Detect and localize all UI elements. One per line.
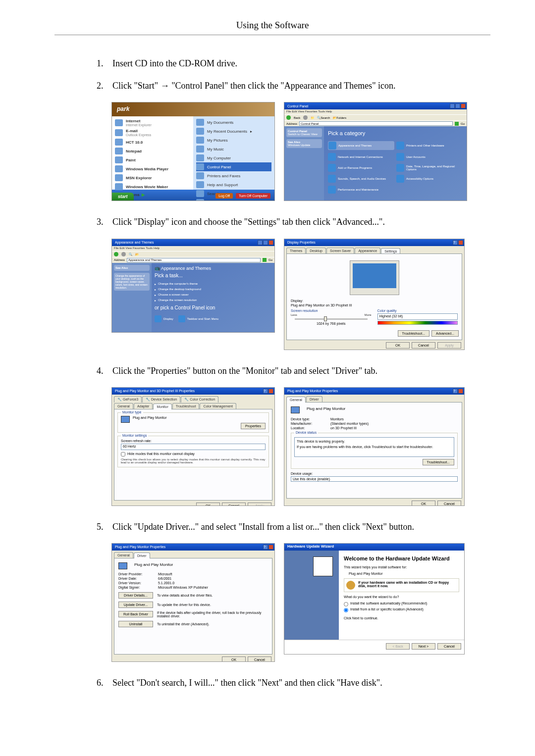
driver-details-button[interactable]: Driver Details... — [118, 592, 153, 599]
tab-screensaver[interactable]: Screen Saver — [326, 248, 354, 253]
category-performance[interactable]: Performance and Maintenance — [328, 186, 394, 194]
logoff-button[interactable]: Log Off — [215, 193, 233, 199]
back-button[interactable] — [114, 252, 118, 256]
apply-button[interactable]: Apply — [437, 342, 461, 349]
cancel-button[interactable]: Cancel — [412, 342, 435, 349]
search-button[interactable]: 🔍Search — [317, 116, 330, 119]
wizard-next-button[interactable]: Next > — [412, 643, 435, 650]
go-button[interactable] — [455, 122, 459, 126]
task-change-bg[interactable]: Change the desktop background — [155, 287, 271, 292]
minimize-button[interactable] — [450, 103, 455, 108]
start-item-recent[interactable]: My Recent Documents ▸ — [196, 127, 271, 136]
start-item-moviemaker[interactable]: Windows Movie Maker — [115, 182, 190, 191]
back-button[interactable] — [286, 115, 291, 120]
category-accessibility[interactable]: Accessibility Options — [396, 175, 463, 183]
start-item-internet[interactable]: InternetInternet Explorer — [115, 118, 190, 128]
install-auto-radio[interactable] — [344, 602, 348, 606]
help-button[interactable]: ? — [453, 240, 458, 245]
folders-button[interactable]: 📂Folders — [333, 116, 346, 119]
start-item-hct[interactable]: HCT 10.0 — [115, 138, 190, 147]
menubar[interactable]: File Edit View Favorites Tools Help — [112, 246, 274, 251]
category-addremove[interactable]: Add or Remove Programs — [328, 164, 394, 172]
go-button[interactable] — [263, 258, 267, 262]
advanced-button[interactable]: Advanced... — [431, 330, 459, 337]
taskbar-start-button[interactable]: start — [112, 193, 134, 201]
color-quality-select[interactable]: Highest (32 bit) — [377, 313, 458, 320]
uninstall-button[interactable]: Uninstall — [118, 621, 153, 627]
up-icon[interactable]: 📁 — [311, 116, 314, 119]
device-usage-select[interactable]: Use this device (enable) — [291, 476, 458, 482]
ok-button[interactable]: OK — [196, 503, 220, 506]
maximize-button[interactable] — [455, 103, 460, 108]
task-screensaver[interactable]: Choose a screen saver — [155, 292, 271, 298]
apply-button[interactable]: Apply — [248, 503, 271, 506]
start-item-control-panel[interactable]: Control Panel — [196, 162, 271, 171]
ok-button[interactable]: OK — [412, 501, 435, 506]
help-button[interactable]: ? — [453, 389, 458, 394]
taskbar-icon-link[interactable]: Taskbar and Start Menu — [178, 315, 219, 322]
minimize-button[interactable] — [258, 240, 263, 245]
troubleshoot-button[interactable]: Troubleshoot... — [398, 330, 429, 337]
category-network[interactable]: Network and Internet Connections — [328, 153, 394, 161]
tab-adapter[interactable]: Adapter — [134, 403, 153, 409]
close-button[interactable] — [268, 389, 273, 394]
category-appearance-themes[interactable]: Appearance and Themes — [328, 141, 394, 150]
category-sounds[interactable]: Sounds, Speech, and Audio Devices — [328, 175, 394, 183]
start-item-mydocs[interactable]: My Documents — [196, 118, 271, 127]
wizard-back-button[interactable]: < Back — [386, 643, 410, 650]
forward-button[interactable] — [303, 115, 308, 120]
category-users[interactable]: User Accounts — [396, 153, 463, 161]
address-field[interactable]: Control Panel — [299, 121, 453, 126]
tab-device-selection[interactable]: 🔧 Device Selection — [142, 396, 180, 403]
cancel-button[interactable]: Cancel — [437, 501, 461, 506]
tab-driver[interactable]: Driver — [306, 396, 322, 402]
close-button[interactable] — [268, 240, 273, 245]
tab-color-mgmt[interactable]: Color Management — [200, 403, 236, 409]
resolution-slider[interactable] — [295, 318, 368, 320]
close-button[interactable] — [461, 103, 466, 108]
display-icon-link[interactable]: Display — [155, 315, 173, 322]
ok-button[interactable]: OK — [222, 656, 246, 662]
start-item-music[interactable]: My Music — [196, 145, 271, 153]
close-button[interactable] — [458, 240, 463, 245]
start-item-notepad[interactable]: Notepad — [115, 147, 190, 155]
category-printers[interactable]: Printers and Other Hardware — [396, 141, 463, 150]
tab-troubleshoot[interactable]: Troubleshoot — [172, 403, 200, 409]
tab-appearance[interactable]: Appearance — [355, 248, 380, 253]
tab-desktop[interactable]: Desktop — [306, 248, 326, 253]
properties-button[interactable]: Properties — [241, 423, 266, 429]
help-button[interactable]: ? — [263, 545, 268, 550]
start-item-mycomp[interactable]: My Computer — [196, 153, 271, 162]
windows-update-link[interactable]: Windows Update — [288, 144, 310, 147]
tab-general[interactable]: General — [114, 552, 133, 558]
turnoff-button[interactable]: Turn Off Computer — [236, 193, 270, 199]
troubleshoot-button[interactable]: Troubleshoot... — [423, 459, 454, 465]
rollback-driver-button[interactable]: Roll Back Driver — [118, 611, 153, 617]
start-item-paint[interactable]: Paint — [115, 155, 190, 164]
task-change-theme[interactable]: Change the computer's theme — [155, 281, 271, 287]
maximize-button[interactable] — [263, 240, 268, 245]
start-item-printers[interactable]: Printers and Faxes — [196, 171, 271, 180]
tab-color-correction[interactable]: 🔧 Color Correction — [181, 396, 218, 403]
refresh-rate-select[interactable]: 60 Hertz — [121, 444, 266, 450]
cancel-button[interactable]: Cancel — [222, 503, 246, 506]
cancel-button[interactable]: Cancel — [248, 656, 271, 662]
start-item-pics[interactable]: My Pictures — [196, 136, 271, 145]
tab-general[interactable]: General — [286, 397, 306, 403]
tab-general[interactable]: General — [114, 403, 133, 409]
tab-geforce[interactable]: 🔧 GeForce3 — [114, 396, 142, 403]
update-driver-button[interactable]: Update Driver... — [118, 602, 153, 608]
address-field[interactable]: Appearance and Themes — [127, 258, 261, 262]
forward-button[interactable] — [121, 252, 126, 256]
ok-button[interactable]: OK — [386, 342, 410, 349]
tab-themes[interactable]: Themes — [286, 248, 306, 253]
start-item-help[interactable]: Help and Support — [196, 180, 271, 189]
start-item-email[interactable]: E-mailOutlook Express — [115, 128, 190, 138]
category-regional[interactable]: Date, Time, Language, and Regional Optio… — [396, 164, 463, 172]
wizard-cancel-button[interactable]: Cancel — [437, 643, 461, 650]
menubar[interactable]: File Edit View Favorites Tools Help — [284, 109, 467, 114]
hide-modes-checkbox[interactable] — [121, 452, 125, 456]
help-button[interactable]: ? — [263, 389, 268, 394]
close-button[interactable] — [458, 389, 463, 394]
close-button[interactable] — [268, 545, 273, 550]
